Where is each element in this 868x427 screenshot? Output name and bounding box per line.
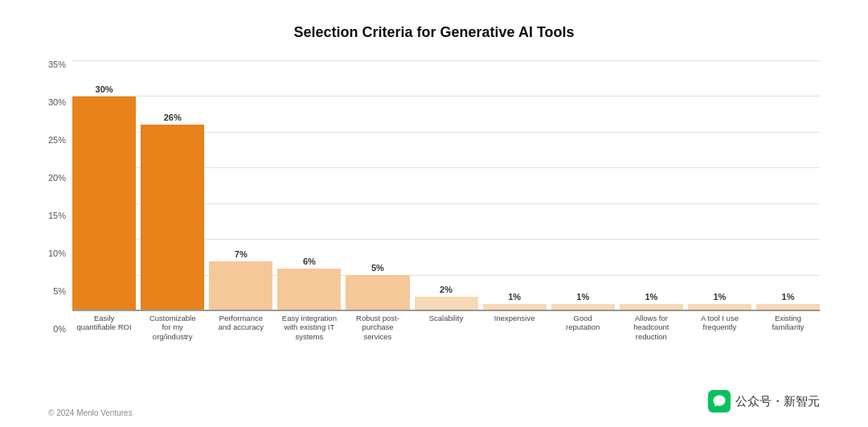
x-labels-row: Easilyquantifiable ROICustomizablefor my… xyxy=(72,311,820,334)
y-axis-label: 10% xyxy=(48,249,66,258)
bar-col-robust-post-purchase: 5% xyxy=(346,60,409,311)
bar-value-label: 1% xyxy=(645,292,657,302)
chart-title: Selection Criteria for Generative AI Too… xyxy=(48,24,820,41)
x-label-inexpensive: Inexpensive xyxy=(483,311,547,334)
bar-col-easy-integration: 6% xyxy=(277,60,341,311)
bar-col-tool-i-use-frequently: 1% xyxy=(688,60,751,311)
bar-value-label: 1% xyxy=(713,292,726,302)
y-axis-label: 30% xyxy=(48,98,66,107)
bars-row: 30%26%7%6%5%2%1%1%1%1%1% xyxy=(72,60,820,311)
bar-value-label: 1% xyxy=(576,292,589,302)
bar-easily-quantifiable-roi xyxy=(72,96,136,311)
bar-value-label: 6% xyxy=(303,257,316,266)
x-label-customizable: Customizablefor myorg/industry xyxy=(141,311,204,334)
x-label-easy-integration: Easy integrationwith existing ITsystems xyxy=(277,311,341,334)
bar-value-label: 26% xyxy=(164,113,182,122)
bar-col-customizable: 26% xyxy=(141,60,204,311)
y-axis-label: 25% xyxy=(48,136,66,145)
wechat-icon xyxy=(708,390,731,413)
x-label-easily-quantifiable-roi: Easilyquantifiable ROI xyxy=(72,311,136,334)
y-axis: 35%30%25%20%15%10%5%0% xyxy=(48,60,66,334)
bar-robust-post-purchase xyxy=(346,275,409,311)
bar-value-label: 7% xyxy=(235,249,248,259)
y-axis-label: 35% xyxy=(48,60,66,69)
y-axis-label: 15% xyxy=(48,211,66,220)
bar-col-existing-familiarity: 1% xyxy=(756,60,820,311)
chart-area: 35%30%25%20%15%10%5%0% 30%26%7%6%5%2%1%1… xyxy=(48,60,820,334)
chart-container: Selection Criteria for Generative AI Too… xyxy=(0,0,868,427)
footer-text: © 2024 Menlo Ventures xyxy=(48,409,133,417)
bar-value-label: 2% xyxy=(440,285,452,294)
watermark-text: 公众号・新智元 xyxy=(735,394,820,409)
bar-col-good-reputation: 1% xyxy=(551,60,615,311)
bar-customizable xyxy=(141,125,204,311)
bar-easy-integration xyxy=(277,269,341,311)
x-label-scalability: Scalability xyxy=(415,311,478,334)
bar-col-performance-accuracy: 7% xyxy=(209,60,272,311)
bars-and-grid: 30%26%7%6%5%2%1%1%1%1%1% Easilyquantifia… xyxy=(72,60,820,334)
y-axis-label: 20% xyxy=(48,174,66,183)
bar-col-allows-headcount: 1% xyxy=(620,60,683,311)
bar-performance-accuracy xyxy=(209,261,272,311)
y-axis-label: 0% xyxy=(53,325,66,334)
x-label-tool-i-use-frequently: A tool I usefrequently xyxy=(688,311,751,334)
x-label-allows-headcount: Allows forheadcountreduction xyxy=(620,311,683,334)
bar-col-scalability: 2% xyxy=(415,60,478,311)
x-label-robust-post-purchase: Robust post-purchaseservices xyxy=(346,311,409,334)
x-label-existing-familiarity: Existingfamiliarity xyxy=(756,311,820,334)
bar-value-label: 5% xyxy=(371,263,384,273)
y-axis-label: 5% xyxy=(53,287,66,296)
watermark: 公众号・新智元 xyxy=(708,390,820,413)
bar-value-label: 1% xyxy=(508,292,521,302)
bar-col-easily-quantifiable-roi: 30% xyxy=(72,60,136,311)
bar-value-label: 1% xyxy=(782,292,795,302)
bar-col-inexpensive: 1% xyxy=(483,60,547,311)
x-label-good-reputation: Goodreputation xyxy=(551,311,615,334)
bar-value-label: 30% xyxy=(96,84,113,94)
x-label-performance-accuracy: Performanceand accuracy xyxy=(209,311,272,334)
